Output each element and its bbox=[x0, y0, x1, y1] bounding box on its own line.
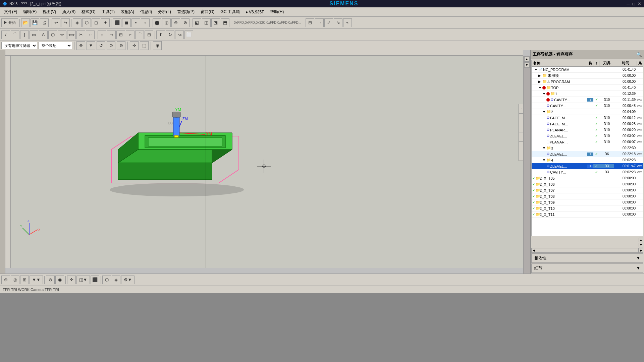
print-btn[interactable]: 🖨 bbox=[40, 18, 49, 27]
view-top[interactable]: ▪ bbox=[131, 18, 140, 27]
extend-tool[interactable]: ↔ bbox=[86, 31, 95, 39]
revolve-tool[interactable]: ↻ bbox=[166, 31, 174, 39]
constraint-tool[interactable]: ⊸ bbox=[107, 31, 116, 39]
tree-row-cavity2[interactable]: ⚙ CAVITY... ✓ D10 00:00:48 WC bbox=[532, 103, 643, 109]
tree-row-group1[interactable]: ▼ 📁 1 00:12:39 bbox=[532, 91, 643, 97]
tree-hscroll[interactable]: ◀ ▶ bbox=[531, 248, 643, 253]
bt3[interactable]: ⊞ bbox=[20, 276, 29, 284]
selection-filter-dropdown[interactable]: 没有选择过滤器 bbox=[1, 42, 37, 49]
nav2[interactable]: ◎ bbox=[162, 18, 171, 27]
menu-preferences[interactable]: 首选项(P) bbox=[174, 8, 197, 15]
text-tool[interactable]: A bbox=[39, 31, 48, 39]
menu-analysis[interactable]: 分析(L) bbox=[155, 8, 174, 15]
panel-tab-3[interactable]: ⋮ bbox=[519, 123, 523, 132]
bt1[interactable]: ⊕ bbox=[1, 276, 10, 284]
panel-tab-6[interactable]: ⋮ bbox=[519, 151, 523, 161]
tool4[interactable]: ✦ bbox=[101, 18, 110, 27]
move-btn[interactable]: ✛ bbox=[130, 41, 139, 50]
tree-row-unused[interactable]: ▶ 📁 未用项 00:00:00 bbox=[532, 73, 643, 79]
bt9[interactable]: ⬛ bbox=[91, 276, 99, 284]
frame-btn[interactable]: ⬚ bbox=[140, 41, 149, 50]
scroll-left-btn[interactable]: ◀ bbox=[531, 248, 536, 253]
nav4[interactable]: ⊗ bbox=[181, 18, 190, 27]
bt8[interactable]: ◫▼ bbox=[76, 276, 90, 284]
redo-btn[interactable]: ↪ bbox=[61, 18, 70, 27]
extra3[interactable]: ⤢ bbox=[324, 18, 333, 27]
sketch-tool[interactable]: ✏ bbox=[58, 31, 66, 39]
extra2[interactable]: → bbox=[315, 18, 324, 27]
arc-tool[interactable]: ⌒ bbox=[11, 31, 19, 39]
view-iso[interactable]: ⬛ bbox=[113, 18, 121, 27]
select3[interactable]: ⬔ bbox=[211, 18, 220, 27]
sweep-tool[interactable]: ↝ bbox=[175, 31, 184, 39]
tree-row-t07[interactable]: ✓ 📁 2_X_T07 00:00:00 bbox=[532, 187, 643, 193]
select1[interactable]: ⬕ bbox=[193, 18, 201, 27]
snap-btn[interactable]: ⊕ bbox=[76, 41, 85, 50]
menu-tools[interactable]: 工具(T) bbox=[99, 8, 117, 15]
window-controls[interactable]: ─ □ ✕ bbox=[627, 1, 641, 6]
tree-row-planar1[interactable]: ⚙ PLANAR... ✓ D10 00:00:20 WC bbox=[532, 127, 643, 133]
curve-tool[interactable]: ∫ bbox=[20, 31, 29, 39]
expand-g2[interactable]: ▼ bbox=[542, 110, 546, 114]
bt6[interactable]: ◉ bbox=[55, 276, 64, 284]
tool1[interactable]: ◈ bbox=[73, 18, 82, 27]
expand-program[interactable]: ▶ bbox=[538, 80, 542, 83]
offset-tool[interactable]: ⊟ bbox=[145, 31, 153, 39]
extrude-tool[interactable]: ⬆ bbox=[156, 31, 165, 39]
tree-row-cavity1[interactable]: ⚙ CAVITY... 1 ✓ D10 00:11:39 WC bbox=[532, 97, 643, 103]
strip-btn-1[interactable]: ▲ bbox=[524, 56, 530, 62]
tree-row-top[interactable]: ▼ 📁 TOP 00:41:40 bbox=[532, 85, 643, 91]
extra1[interactable]: ⊞ bbox=[306, 18, 314, 27]
strip-btn-2[interactable]: ▼ bbox=[524, 62, 530, 68]
pattern-tool[interactable]: ⊞ bbox=[116, 31, 125, 39]
undo-btn[interactable]: ↩ bbox=[52, 18, 60, 27]
menu-file[interactable]: 文件(F) bbox=[1, 8, 20, 15]
expand-g1[interactable]: ▼ bbox=[542, 92, 546, 96]
bt2[interactable]: ◎ bbox=[11, 276, 19, 284]
menu-window[interactable]: 窗口(O) bbox=[198, 8, 217, 15]
fillet-tool[interactable]: ⌒ bbox=[135, 31, 144, 39]
bt12[interactable]: ⚙▼ bbox=[121, 276, 135, 284]
expand-g3[interactable]: ▼ bbox=[542, 146, 546, 150]
tree-row-face-m2[interactable]: ⚙ FACE_M... ✓ D10 00:00:28 WC bbox=[532, 121, 643, 127]
tree-row-zlevel3[interactable]: ⚙ ZLEVEL... 1 ✓ D3 00:01:47 WC bbox=[532, 163, 643, 169]
tree-row-program[interactable]: ▶ 📁 ⚠ PROGRAM 00:00:00 bbox=[532, 79, 643, 85]
snap2-btn[interactable]: ⊙ bbox=[107, 41, 115, 50]
tree-row-zlevel2[interactable]: ⚙ ZLEVEL... 1 ✓ D6 00:22:18 WC bbox=[532, 151, 643, 157]
tree-row-group2[interactable]: ▼ 📁 2 00:04:09 bbox=[532, 109, 643, 115]
nav1[interactable]: ⬤ bbox=[153, 18, 161, 27]
dim-tool[interactable]: ↕ bbox=[98, 31, 106, 39]
menu-view[interactable]: 视图(V) bbox=[40, 8, 59, 15]
extra5[interactable]: ⌁ bbox=[343, 18, 352, 27]
select2[interactable]: ◫ bbox=[202, 18, 211, 27]
tree-row-t08[interactable]: ✓ 📁 2_X_T08 00:00:00 bbox=[532, 193, 643, 199]
rect-tool[interactable]: ▭ bbox=[30, 31, 38, 39]
panel-tab-1[interactable]: ⋮ bbox=[519, 104, 523, 114]
viewport[interactable]: YM ZM XM CC bbox=[5, 50, 530, 274]
menu-help[interactable]: 帮助(H) bbox=[267, 8, 286, 15]
view-front[interactable]: ◼ bbox=[122, 18, 131, 27]
snap3-btn[interactable]: ⊚ bbox=[117, 41, 125, 50]
tree-row-planar2[interactable]: ⊞ PLANAR... ✓ D10 00:00:07 WC bbox=[532, 139, 643, 145]
tool2[interactable]: ⬡ bbox=[82, 18, 91, 27]
menu-assembly[interactable]: 装配(A) bbox=[118, 8, 137, 15]
bt7[interactable]: ✛ bbox=[67, 276, 76, 284]
expand-top[interactable]: ▼ bbox=[538, 86, 542, 89]
panel-search-icon[interactable]: 🔍 bbox=[636, 52, 642, 57]
bt10[interactable]: ⬡ bbox=[102, 276, 111, 284]
detail-panel[interactable]: 细节 ▼ bbox=[531, 263, 643, 273]
tree-row-zlevel1[interactable]: ⚙ ZLEVEL... ✓ D10 00:03:02 WC bbox=[532, 133, 643, 139]
tree-row-cavity3[interactable]: ⚙ CAVITY... ✓ D3 00:02:23 WC bbox=[532, 169, 643, 175]
expand-unused[interactable]: ▶ bbox=[538, 74, 542, 77]
show-btn[interactable]: ◉ bbox=[153, 41, 162, 50]
tool3[interactable]: ◻ bbox=[92, 18, 100, 27]
panel-tab-5[interactable]: ⋮ bbox=[519, 142, 523, 151]
scroll-down-btn[interactable]: ▼ bbox=[639, 243, 643, 247]
filter-btn[interactable]: ▼ bbox=[87, 41, 95, 50]
tree-row-nc-program[interactable]: ▼ 📄 NC_PROGRAM 00:41:40 bbox=[532, 67, 643, 73]
scroll-right-btn[interactable]: ▶ bbox=[639, 248, 643, 253]
poly-tool[interactable]: ⬡ bbox=[48, 31, 57, 39]
scroll-up-btn[interactable]: ▲ bbox=[639, 238, 643, 242]
scope-dropdown[interactable]: 整个装配 bbox=[39, 42, 72, 49]
bt11[interactable]: ◈ bbox=[112, 276, 120, 284]
